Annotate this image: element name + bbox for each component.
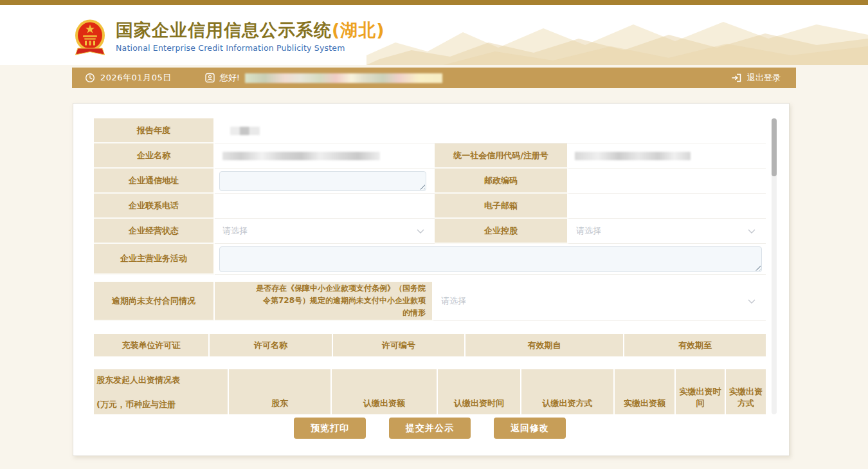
phone-label: 企业联系电话 bbox=[94, 194, 215, 219]
license-col-header: 许可编号 bbox=[333, 334, 466, 356]
shareholder-table-title: 股东发起人出资情况表 (万元，币种应与注册 bbox=[94, 369, 229, 414]
credit-code-label: 统一社会信用代码/注册号 bbox=[435, 143, 568, 169]
spacer bbox=[94, 356, 766, 369]
license-col-header: 许可名称 bbox=[210, 334, 333, 356]
main-business-textarea[interactable] bbox=[219, 246, 762, 272]
logout-icon bbox=[731, 73, 742, 83]
shareholder-col-header: 股东 bbox=[229, 369, 332, 414]
company-name-label: 企业名称 bbox=[94, 143, 215, 169]
holding-label: 企业控股 bbox=[435, 219, 568, 244]
license-col-header: 有效期自 bbox=[466, 334, 624, 356]
overdue-placeholder: 请选择 bbox=[441, 295, 466, 307]
shareholder-col-header: 实缴出资方式 bbox=[726, 369, 766, 414]
scrollbar-thumb[interactable] bbox=[772, 118, 777, 176]
redacted-credit-code bbox=[575, 152, 691, 160]
chevron-down-icon bbox=[748, 229, 755, 234]
overdue-label: 逾期尚未支付合同情况 bbox=[94, 282, 215, 321]
site-header: 国家企业信用信息公示系统(湖北) National Enterprise Cre… bbox=[0, 5, 868, 65]
redacted-report-year bbox=[230, 127, 260, 135]
shareholder-col-header: 认缴出资方式 bbox=[521, 369, 615, 414]
preview-print-button[interactable]: 预览打印 bbox=[294, 418, 366, 439]
postcode-input[interactable] bbox=[568, 169, 766, 194]
address-textarea[interactable] bbox=[219, 171, 426, 191]
annual-report-form-card: 报告年度 企业名称 统一社会信用代码/注册号 企业通信地址 邮政编码 企业联 bbox=[73, 103, 790, 456]
overdue-question: 是否存在《保障中小企业款项支付条例》（国务院令第728号）规定的逾期尚未支付中小… bbox=[215, 282, 433, 321]
form-actions: 预览打印 提交并公示 返回修改 bbox=[94, 418, 766, 439]
postcode-label: 邮政编码 bbox=[435, 169, 568, 194]
resize-grip-icon[interactable] bbox=[419, 184, 425, 190]
shareholder-title-line2: (万元，币种应与注册 bbox=[96, 399, 176, 410]
main-business-cell bbox=[215, 244, 766, 275]
chevron-down-icon bbox=[748, 299, 755, 304]
submit-publicize-button[interactable]: 提交并公示 bbox=[389, 418, 471, 439]
row-status-holding: 企业经营状态 请选择 企业控股 请选择 bbox=[94, 219, 766, 244]
site-subtitle: National Enterprise Credit Information P… bbox=[116, 43, 385, 53]
shareholder-col-header: 实缴出资时间 bbox=[676, 369, 726, 414]
license-col-header: 有效期至 bbox=[624, 334, 766, 356]
national-emblem-logo bbox=[75, 19, 105, 57]
email-input[interactable] bbox=[568, 194, 766, 219]
row-company-identity: 企业名称 统一社会信用代码/注册号 bbox=[94, 143, 766, 169]
row-main-business: 企业主营业务活动 bbox=[94, 244, 766, 275]
holding-placeholder: 请选择 bbox=[576, 225, 601, 237]
report-year-label: 报告年度 bbox=[94, 118, 215, 143]
holding-select[interactable]: 请选择 bbox=[568, 219, 766, 243]
license-table-header: 充装单位许可证 许可名称 许可编号 有效期自 有效期至 bbox=[94, 334, 766, 356]
company-name-value bbox=[215, 143, 435, 169]
main-business-label: 企业主营业务活动 bbox=[94, 244, 215, 275]
shareholder-col-header: 认缴出资额 bbox=[332, 369, 438, 414]
holding-cell: 请选择 bbox=[568, 219, 766, 244]
row-overdue-payment: 逾期尚未支付合同情况 是否存在《保障中小企业款项支付条例》（国务院令第728号）… bbox=[94, 282, 766, 321]
operating-status-label: 企业经营状态 bbox=[94, 219, 215, 244]
back-modify-button[interactable]: 返回修改 bbox=[494, 418, 566, 439]
shareholder-col-header: 实缴出资额 bbox=[615, 369, 676, 414]
user-id-icon bbox=[205, 73, 215, 83]
greeting-text: 您好! bbox=[220, 72, 240, 84]
logout-label: 退出登录 bbox=[747, 72, 781, 84]
overdue-select[interactable]: 请选择 bbox=[433, 282, 766, 320]
chevron-down-icon bbox=[417, 229, 424, 234]
redacted-company-name-value bbox=[222, 152, 380, 160]
clock-icon bbox=[85, 73, 95, 83]
current-date: 2026年01月05日 bbox=[100, 72, 172, 84]
report-year-value bbox=[215, 118, 766, 143]
site-title-region: (湖北) bbox=[332, 20, 385, 40]
credit-code-value bbox=[568, 143, 766, 169]
email-label: 电子邮箱 bbox=[435, 194, 568, 219]
license-col-header: 充装单位许可证 bbox=[94, 334, 210, 356]
spacer bbox=[94, 275, 766, 282]
logout-button[interactable]: 退出登录 bbox=[731, 72, 781, 84]
shareholder-title-line1: 股东发起人出资情况表 bbox=[96, 374, 180, 386]
phone-input[interactable] bbox=[215, 194, 435, 219]
great-wall-texture bbox=[366, 5, 868, 65]
operating-status-cell: 请选择 bbox=[215, 219, 435, 244]
form-scroll-area: 报告年度 企业名称 统一社会信用代码/注册号 企业通信地址 邮政编码 企业联 bbox=[94, 118, 766, 414]
operating-status-placeholder: 请选择 bbox=[222, 225, 248, 237]
resize-grip-icon[interactable] bbox=[755, 265, 761, 271]
address-label: 企业通信地址 bbox=[94, 169, 215, 194]
site-title: 国家企业信用信息公示系统(湖北) bbox=[116, 19, 385, 41]
user-bar: 2026年01月05日 您好! 退出登录 bbox=[72, 68, 796, 88]
operating-status-select[interactable]: 请选择 bbox=[215, 219, 435, 243]
row-phone-email: 企业联系电话 电子邮箱 bbox=[94, 194, 766, 219]
address-cell bbox=[215, 169, 435, 194]
overdue-cell: 请选择 bbox=[433, 282, 766, 321]
spacer bbox=[94, 321, 766, 334]
redacted-company-name bbox=[245, 73, 442, 83]
shareholder-table-header: 股东发起人出资情况表 (万元，币种应与注册 股东 认缴出资额 认缴出资时间 认缴… bbox=[94, 369, 766, 414]
shareholder-col-header: 认缴出资时间 bbox=[438, 369, 521, 414]
top-accent-bar bbox=[0, 0, 868, 5]
row-address-postcode: 企业通信地址 邮政编码 bbox=[94, 169, 766, 194]
row-report-year: 报告年度 bbox=[94, 118, 766, 143]
